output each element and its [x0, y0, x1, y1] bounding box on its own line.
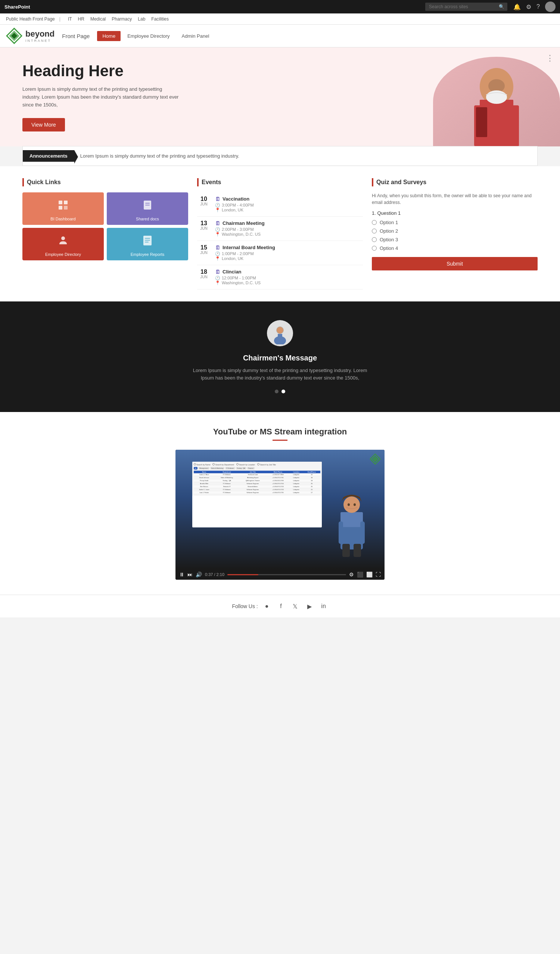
more-options-button[interactable]: ⋮: [546, 53, 554, 63]
quick-links-col: Quick Links BI Dashboard: [22, 178, 188, 290]
svg-rect-11: [64, 201, 68, 204]
hero-content: Heading Here Lorem Ipsum is simply dummy…: [22, 62, 179, 131]
nav-home[interactable]: Home: [97, 31, 121, 41]
bell-icon[interactable]: 🔔: [513, 3, 521, 11]
hero-heading: Heading Here: [22, 62, 179, 80]
event-item-board: 15 JUN 🗓 Internal Board Meeting 🕐1:00PM …: [197, 241, 363, 265]
svg-rect-10: [59, 206, 62, 210]
hero-section: Heading Here Lorem Ipsum is simply dummy…: [0, 47, 560, 147]
svg-rect-12: [64, 206, 68, 210]
bi-dashboard-icon: [57, 199, 69, 214]
twitter-icon[interactable]: 𝕏: [291, 602, 300, 611]
chairman-section: Chairmen's Message Lorem Ipsum is simply…: [0, 301, 560, 412]
quiz-header: Quiz and Surveys: [372, 178, 538, 186]
next-icon[interactable]: ⏭: [187, 572, 193, 577]
quiz-submit-button[interactable]: Submit: [372, 257, 538, 270]
facebook-icon[interactable]: f: [277, 602, 286, 611]
sharepoint-topbar: SharePoint 🔍 🔔 ⚙ ?: [0, 0, 560, 14]
quick-links-header: Quick Links: [22, 178, 188, 186]
svg-rect-15: [145, 205, 150, 206]
carousel-dot-1[interactable]: [275, 390, 278, 393]
logo-text: beyond INTRANET: [25, 29, 54, 42]
video-progress-fill: [227, 574, 258, 575]
dept-lab[interactable]: Lab: [138, 16, 145, 22]
video-controls[interactable]: ⏸ ⏭ 🔊 0:37 / 2:10 ⚙ ⬛ ⬜ ⛶: [176, 569, 384, 580]
view-more-button[interactable]: View More: [22, 118, 65, 131]
quick-link-bi-dashboard[interactable]: BI Dashboard: [22, 192, 104, 225]
three-cols-section: Quick Links BI Dashboard: [0, 166, 560, 301]
carousel-dot-2[interactable]: [282, 390, 285, 393]
svg-rect-31: [342, 544, 350, 557]
announcements-text: Lorem Ipsum is simply dummy text of the …: [80, 153, 239, 159]
linkedin-icon[interactable]: in: [319, 602, 328, 611]
search-input[interactable]: [425, 3, 507, 11]
quiz-radio-2[interactable]: [372, 229, 377, 234]
nav-admin-panel[interactable]: Admin Panel: [177, 31, 215, 41]
breadcrumb[interactable]: Public Heath Front Page: [6, 16, 55, 22]
hero-body: Lorem Ipsum is simply dummy text of the …: [22, 86, 179, 109]
events-col: Events 10 JUN 🗓 Vaccination 🕐3:00PM - 4:…: [197, 178, 363, 290]
quick-link-employee-reports[interactable]: Employee Reports: [107, 228, 188, 260]
quick-link-employee-directory[interactable]: Employee Directory: [22, 228, 104, 260]
dept-medical[interactable]: Medical: [90, 16, 106, 22]
avatar[interactable]: [545, 2, 555, 12]
svg-rect-30: [360, 521, 365, 544]
quick-link-shared-docs[interactable]: Shared docs: [107, 192, 188, 225]
svg-point-28: [344, 496, 360, 513]
clock-icon-2: 🕐: [215, 251, 220, 256]
event-details-2: 🗓 Internal Board Meeting 🕐1:00PM - 2:00P…: [215, 245, 363, 261]
svg-rect-27: [341, 512, 363, 527]
pause-icon[interactable]: ⏸: [179, 572, 184, 577]
theater-icon[interactable]: ⬜: [366, 572, 373, 577]
quiz-option-1[interactable]: Option 1: [372, 220, 538, 225]
video-wrapper[interactable]: Search by Name Search by Department Sear…: [176, 450, 384, 580]
quiz-option-2[interactable]: Option 2: [372, 228, 538, 234]
event-details-0: 🗓 Vaccination 🕐3:00PM - 4:00PM 📍London, …: [215, 196, 363, 212]
nav-employee-directory[interactable]: Employee Directory: [122, 31, 175, 41]
pin-icon-0: 📍: [215, 208, 220, 212]
dept-hr[interactable]: HR: [78, 16, 84, 22]
quiz-radio-3[interactable]: [372, 237, 377, 242]
svg-rect-19: [145, 240, 150, 240]
quick-links-title: Quick Links: [27, 179, 61, 186]
instagram-icon[interactable]: ●: [263, 602, 271, 611]
employee-reports-label: Employee Reports: [131, 252, 165, 257]
help-icon[interactable]: ?: [537, 3, 540, 10]
quiz-radio-1[interactable]: [372, 220, 377, 225]
volume-icon[interactable]: 🔊: [196, 572, 202, 577]
svg-point-16: [61, 237, 65, 240]
event-date-2: 15 JUN: [197, 245, 210, 255]
follow-us-text: Follow Us :: [232, 603, 258, 609]
quiz-radio-4[interactable]: [372, 246, 377, 251]
dept-facilities[interactable]: Facilities: [151, 16, 169, 22]
video-progress-bar[interactable]: [227, 574, 346, 575]
fullscreen-icon[interactable]: ⛶: [376, 572, 381, 577]
video-table: NameDepartmentJob TitleWork PhoneLocatio…: [194, 471, 320, 494]
youtube-icon[interactable]: ▶: [305, 602, 314, 611]
announcements-bar: Announcements Lorem Ipsum is simply dumm…: [22, 146, 538, 166]
dept-pharmacy[interactable]: Pharmacy: [112, 16, 132, 22]
carousel-dots: [22, 390, 538, 393]
svg-rect-29: [339, 521, 343, 544]
quiz-option-3[interactable]: Option 3: [372, 237, 538, 242]
search-wrapper[interactable]: 🔍: [425, 3, 507, 11]
quiz-col-accent: [372, 178, 373, 186]
search-icon: 🔍: [499, 4, 504, 9]
event-details-1: 🗓 Chairman Meeting 🕐2:00PM - 3:00PM 📍Was…: [215, 220, 363, 237]
event-icon-0: 🗓: [215, 196, 220, 202]
events-title: Events: [202, 179, 221, 186]
captions-icon[interactable]: ⬛: [357, 572, 363, 577]
event-date-0: 10 JUN: [197, 196, 210, 206]
video-title: YouTube or MS Stream integration: [22, 427, 538, 436]
dept-links: IT HR Medical Pharmacy Lab Facilities: [68, 16, 169, 22]
dept-it[interactable]: IT: [68, 16, 72, 22]
quiz-option-4[interactable]: Option 4: [372, 245, 538, 251]
gear-icon[interactable]: ⚙: [526, 3, 531, 11]
settings-icon[interactable]: ⚙: [349, 572, 354, 577]
svg-point-33: [348, 504, 350, 506]
quiz-description: Hi Andy, when you submit this form, the …: [372, 192, 538, 206]
video-thumbnail: Search by Name Search by Department Sear…: [176, 450, 384, 569]
main-nav: Front Page Home Employee Directory Admin…: [62, 31, 554, 41]
clock-icon-3: 🕐: [215, 276, 220, 281]
quick-links-grid: BI Dashboard Shared docs: [22, 192, 188, 260]
